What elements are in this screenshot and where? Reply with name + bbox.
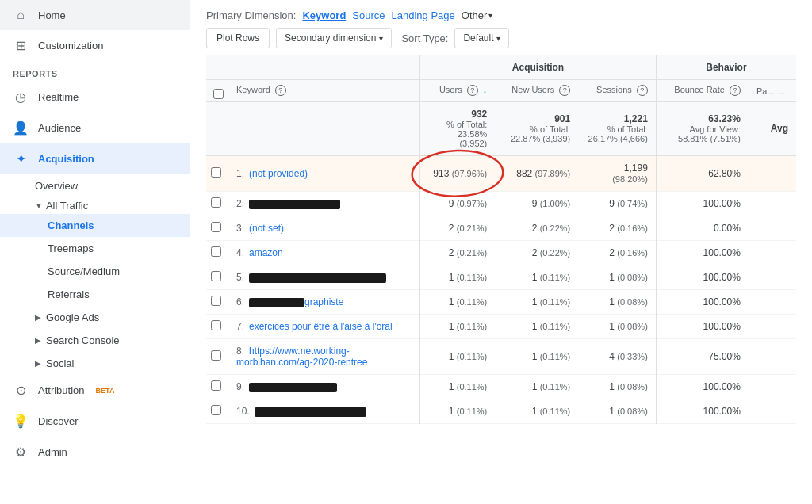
dim-other-dropdown[interactable]: Other ▾: [462, 10, 493, 21]
row-number: 3.: [236, 223, 244, 234]
new-users-cell: 1 (0.11%): [495, 375, 578, 399]
row-checkbox[interactable]: [211, 197, 221, 208]
row-checkbox[interactable]: [211, 167, 221, 178]
row-checkbox[interactable]: [211, 350, 221, 361]
new-users-cell: 1 (0.11%): [495, 290, 578, 315]
row-checkbox[interactable]: [211, 246, 221, 257]
sidebar-item-channels[interactable]: Channels: [0, 214, 190, 237]
keyword-link[interactable]: https://www.networking-morbihan.com/ag-2…: [236, 346, 367, 368]
row-checkbox[interactable]: [211, 296, 221, 306]
table-row: 9.1 (0.11%)1 (0.11%)1 (0.08%)100.00%: [206, 375, 796, 399]
sidebar-item-home[interactable]: ⌂ Home: [0, 0, 190, 30]
row-checkbox-cell: [206, 375, 228, 399]
totals-users-cell: 932 % of Total: 23.58% (3,952): [420, 101, 496, 155]
new-users-info-icon[interactable]: ?: [559, 85, 570, 96]
keyword-info-icon[interactable]: ?: [275, 85, 286, 96]
keyword-cell: 5.: [228, 265, 420, 290]
keyword-cell: 6.graphiste: [228, 290, 420, 315]
row-number: 7.: [236, 321, 244, 332]
sort-type-select[interactable]: Default ▾: [454, 28, 509, 48]
bounce-rate-cell: 100.00%: [656, 315, 749, 339]
checkbox-header: [206, 80, 228, 102]
sessions-cell: 1 (0.08%): [578, 375, 656, 399]
table-col-header-row: Keyword ? Users ? ↓ New Users ?: [206, 80, 796, 102]
row-number: 1.: [236, 168, 244, 179]
keyword-link[interactable]: amazon: [249, 247, 283, 258]
pages-session-cell: [749, 375, 796, 399]
sidebar-item-attribution[interactable]: ⊙ Attribution BETA: [0, 375, 190, 406]
keyword-link[interactable]: (not set): [249, 223, 284, 234]
new-users-col-header[interactable]: New Users ?: [495, 80, 578, 102]
keyword-link[interactable]: (not provided): [249, 168, 308, 179]
bounce-rate-cell: 100.00%: [656, 375, 749, 399]
sessions-info-icon[interactable]: ?: [637, 85, 648, 96]
sidebar-item-customization[interactable]: ⊞ Customization: [0, 30, 190, 61]
dim-source-link[interactable]: Source: [352, 10, 385, 21]
row-checkbox[interactable]: [211, 380, 221, 391]
sidebar-item-discover[interactable]: 💡 Discover: [0, 406, 190, 437]
sessions-cell: 1 (0.08%): [578, 265, 656, 290]
row-checkbox-cell: [206, 290, 228, 315]
users-cell: 913 (97.96%): [420, 155, 496, 192]
select-all-checkbox[interactable]: [213, 89, 224, 99]
main-content: Primary Dimension: Keyword Source Landin…: [190, 0, 812, 504]
new-users-cell: 1 (0.11%): [495, 265, 578, 290]
sidebar-all-traffic-group[interactable]: ▼ All Traffic: [35, 200, 177, 212]
users-info-icon[interactable]: ?: [467, 85, 478, 96]
new-users-cell: 1 (0.11%): [495, 315, 578, 339]
totals-row: 932 % of Total: 23.58% (3,952) 901 % of …: [206, 101, 796, 155]
pages-session-col-header[interactable]: Pa... Sessi...: [749, 80, 796, 102]
keyword-cell: 4.amazon: [228, 241, 420, 265]
sidebar-item-acquisition[interactable]: ✦ Acquisition: [0, 143, 190, 174]
bounce-rate-col-header[interactable]: Bounce Rate ?: [656, 80, 749, 102]
sessions-cell: 1 (0.08%): [578, 315, 656, 339]
acquisition-group-th: Acquisition: [420, 55, 657, 80]
sidebar-item-overview[interactable]: Overview: [0, 174, 190, 197]
sidebar-item-social[interactable]: ▶ Social: [0, 352, 190, 375]
row-checkbox[interactable]: [211, 405, 221, 415]
keyword-link[interactable]: exercices pour être à l'aise à l'oral: [249, 321, 393, 332]
chevron-right-icon: ▶: [35, 313, 41, 322]
users-col-header[interactable]: Users ? ↓: [420, 80, 496, 102]
dim-landing-page-link[interactable]: Landing Page: [392, 10, 455, 21]
sessions-col-header[interactable]: Sessions ?: [578, 80, 656, 102]
sidebar-item-realtime[interactable]: ◷ Realtime: [0, 82, 190, 113]
redacted-keyword: [249, 273, 386, 283]
sidebar-item-referrals[interactable]: Referrals: [0, 283, 190, 306]
users-sort-icon: ↓: [483, 85, 488, 94]
users-cell: 1 (0.11%): [420, 265, 496, 290]
totals-pages-cell: Avg: [749, 101, 796, 155]
new-users-cell: 1 (0.11%): [495, 339, 578, 375]
table-row: 3.(not set)2 (0.21%)2 (0.22%)2 (0.16%)0.…: [206, 216, 796, 241]
bounce-rate-info-icon[interactable]: ?: [730, 85, 741, 96]
audience-icon: 👤: [13, 120, 29, 136]
customization-icon: ⊞: [13, 38, 29, 53]
row-checkbox-cell: [206, 192, 228, 216]
table-group-header-row: Acquisition Behavior: [206, 55, 796, 80]
reports-section-label: REPORTS: [0, 61, 190, 82]
row-checkbox[interactable]: [211, 222, 221, 232]
sidebar-item-admin[interactable]: ⚙ Admin: [0, 437, 190, 468]
sidebar-item-audience[interactable]: 👤 Audience: [0, 113, 190, 143]
keyword-partial-link[interactable]: graphiste: [304, 296, 343, 307]
dim-keyword-link[interactable]: Keyword: [302, 10, 346, 21]
sidebar-item-treemaps[interactable]: Treemaps: [0, 237, 190, 260]
chevron-down-icon: ▾: [379, 34, 383, 43]
sidebar-item-source-medium[interactable]: Source/Medium: [0, 260, 190, 283]
row-number: 10.: [236, 406, 250, 417]
row-checkbox[interactable]: [211, 271, 221, 281]
sidebar-item-search-console[interactable]: ▶ Search Console: [0, 329, 190, 352]
plot-rows-button[interactable]: Plot Rows: [206, 28, 270, 48]
sidebar-item-google-ads[interactable]: ▶ Google Ads: [0, 306, 190, 329]
pages-session-cell: [749, 241, 796, 265]
primary-dimension-label: Primary Dimension:: [206, 10, 296, 21]
totals-checkbox-cell: [206, 101, 228, 155]
redacted-keyword: [249, 383, 337, 392]
pages-session-cell: [749, 155, 796, 192]
chevron-right-icon-social: ▶: [35, 359, 41, 368]
secondary-dimension-select[interactable]: Secondary dimension ▾: [276, 28, 392, 48]
keyword-col-header[interactable]: Keyword ?: [228, 80, 420, 102]
totals-bounce-rate-cell: 63.23% Avg for View: 58.81% (7.51%): [656, 101, 749, 155]
row-checkbox[interactable]: [211, 320, 221, 330]
bounce-rate-cell: 0.00%: [656, 216, 749, 241]
